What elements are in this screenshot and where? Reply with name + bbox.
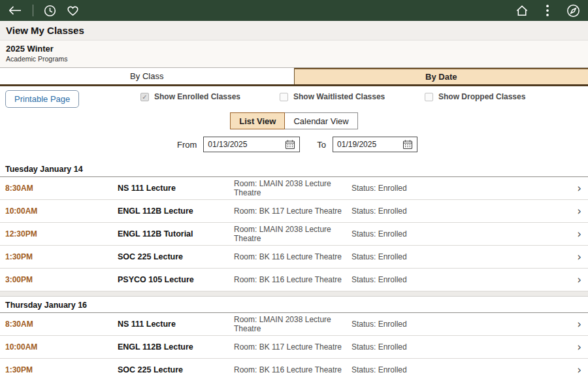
chevron-right-icon: ›: [577, 274, 588, 286]
chevron-right-icon: ›: [577, 206, 588, 217]
checkbox-box-icon: [425, 93, 433, 101]
term-subtitle: Academic Programs: [6, 55, 582, 63]
schedule-group: Tuesday January 14 8:30AM NS 111 Lecture…: [0, 161, 588, 291]
tab-by-date[interactable]: By Date: [294, 68, 588, 84]
divider: [33, 5, 33, 16]
class-row[interactable]: 8:30AM NS 111 Lecture Room: LMAIN 2038 L…: [0, 177, 588, 200]
class-time: 12:30PM: [5, 229, 118, 239]
home-icon[interactable]: [515, 5, 529, 17]
navbar-compass-icon[interactable]: [566, 4, 580, 18]
class-status: Status: Enrolled: [351, 229, 568, 239]
class-room: Room: BK 117 Lecture Theatre: [234, 342, 351, 352]
tab-by-date-label: By Date: [425, 72, 457, 82]
date-range-row: From To: [0, 137, 588, 152]
class-status: Status: Enrolled: [351, 320, 568, 329]
class-status: Status: Enrolled: [351, 365, 568, 374]
checkbox-show-enrolled[interactable]: ✓ Show Enrolled Classes: [140, 92, 240, 101]
class-row[interactable]: 12:30PM ENGL 112B Tutorial Room: LMAIN 2…: [0, 223, 588, 246]
class-status: Status: Enrolled: [351, 275, 568, 284]
class-row[interactable]: 10:00AM ENGL 112B Lecture Room: BK 117 L…: [0, 336, 588, 359]
class-time: 3:00PM: [5, 275, 118, 284]
back-arrow-icon[interactable]: [8, 5, 22, 16]
chevron-right-icon: ›: [577, 319, 588, 330]
list-view-label: List View: [239, 116, 276, 126]
calendar-icon[interactable]: [399, 139, 417, 150]
class-course: ENGL 112B Lecture: [118, 206, 234, 216]
class-time: 10:00AM: [5, 206, 118, 216]
class-course: PSYCO 105 Lecture: [118, 275, 234, 284]
class-time: 1:30PM: [5, 252, 118, 261]
term-name: 2025 Winter: [6, 44, 582, 54]
chevron-right-icon: ›: [577, 342, 588, 353]
schedule-date-label: Thursday January 16: [5, 301, 87, 310]
class-room: Room: LMAIN 2038 Lecture Theatre: [234, 179, 351, 197]
class-room: Room: LMAIN 2038 Lecture Theatre: [234, 315, 351, 333]
from-date-field: [203, 137, 300, 152]
schedule-group: Thursday January 16 8:30AM NS 111 Lectur…: [0, 297, 588, 379]
to-date-input[interactable]: [333, 138, 399, 151]
to-date-field: [333, 137, 417, 152]
class-room: Room: BK 116 Lecture Theatre: [234, 275, 351, 284]
chevron-right-icon: ›: [577, 183, 588, 194]
term-banner: 2025 Winter Academic Programs: [0, 41, 588, 68]
class-course: ENGL 112B Tutorial: [118, 229, 234, 239]
class-time: 8:30AM: [5, 320, 118, 329]
checkbox-box-icon: ✓: [140, 93, 149, 101]
to-label: To: [317, 140, 326, 150]
tab-by-class-label: By Class: [130, 71, 163, 81]
class-room: Room: BK 116 Lecture Theatre: [234, 252, 351, 261]
checkbox-box-icon: [280, 93, 288, 101]
class-status: Status: Enrolled: [351, 206, 568, 216]
group-divider: [0, 291, 588, 297]
checkbox-label: Show Waitlisted Classes: [293, 92, 385, 101]
top-nav-bar: [0, 0, 588, 21]
recently-visited-icon[interactable]: [44, 5, 56, 17]
class-course: NS 111 Lecture: [118, 320, 234, 329]
class-row[interactable]: 3:00PM PSYCO 105 Lecture Room: BK 116 Le…: [0, 269, 588, 291]
schedule-date-header: Tuesday January 14: [0, 161, 588, 177]
class-room: Room: LMAIN 2038 Lecture Theatre: [234, 225, 351, 243]
favorites-heart-icon[interactable]: [67, 5, 79, 17]
page-title: View My Classes: [6, 25, 84, 36]
chevron-right-icon: ›: [577, 365, 588, 376]
printable-page-button[interactable]: Printable Page: [5, 90, 79, 108]
schedule-date-header: Thursday January 16: [0, 297, 588, 313]
class-room: Room: BK 116 Lecture Theatre: [234, 365, 351, 374]
class-time: 1:30PM: [5, 365, 118, 374]
class-time: 10:00AM: [5, 342, 118, 352]
class-status: Status: Enrolled: [351, 184, 568, 193]
list-view-button[interactable]: List View: [230, 112, 285, 129]
class-schedule-list: Tuesday January 14 8:30AM NS 111 Lecture…: [0, 161, 588, 379]
class-row[interactable]: 1:30PM SOC 225 Lecture Room: BK 116 Lect…: [0, 359, 588, 379]
checkbox-label: Show Enrolled Classes: [154, 92, 240, 101]
calendar-view-label: Calendar View: [293, 116, 348, 126]
page-title-bar: View My Classes: [0, 21, 588, 41]
filter-controls: Printable Page ✓ Show Enrolled Classes S…: [0, 86, 588, 111]
class-row[interactable]: 8:30AM NS 111 Lecture Room: LMAIN 2038 L…: [0, 313, 588, 336]
class-row[interactable]: 1:30PM SOC 225 Lecture Room: BK 116 Lect…: [0, 246, 588, 269]
class-course: SOC 225 Lecture: [118, 252, 234, 261]
tab-by-class[interactable]: By Class: [0, 68, 294, 84]
schedule-date-label: Tuesday January 14: [5, 165, 83, 174]
calendar-icon[interactable]: [281, 139, 299, 150]
actions-kebab-icon[interactable]: [546, 4, 549, 17]
view-tabs: By Class By Date: [0, 68, 588, 86]
calendar-view-button[interactable]: Calendar View: [285, 112, 357, 129]
class-time: 8:30AM: [5, 184, 118, 193]
class-course: NS 111 Lecture: [118, 184, 234, 193]
chevron-right-icon: ›: [577, 229, 588, 240]
from-date-input[interactable]: [204, 138, 281, 151]
class-row[interactable]: 10:00AM ENGL 112B Lecture Room: BK 117 L…: [0, 200, 588, 223]
class-course: SOC 225 Lecture: [118, 365, 234, 374]
view-mode-toggle: List View Calendar View: [0, 112, 588, 129]
class-status: Status: Enrolled: [351, 342, 568, 352]
checkbox-show-dropped[interactable]: Show Dropped Classes: [425, 92, 525, 101]
class-course: ENGL 112B Lecture: [118, 342, 234, 352]
checkbox-label: Show Dropped Classes: [438, 92, 525, 101]
from-label: From: [177, 140, 197, 150]
class-status: Status: Enrolled: [351, 252, 568, 261]
class-room: Room: BK 117 Lecture Theatre: [234, 206, 351, 216]
checkbox-show-waitlisted[interactable]: Show Waitlisted Classes: [280, 92, 385, 101]
chevron-right-icon: ›: [577, 252, 588, 263]
